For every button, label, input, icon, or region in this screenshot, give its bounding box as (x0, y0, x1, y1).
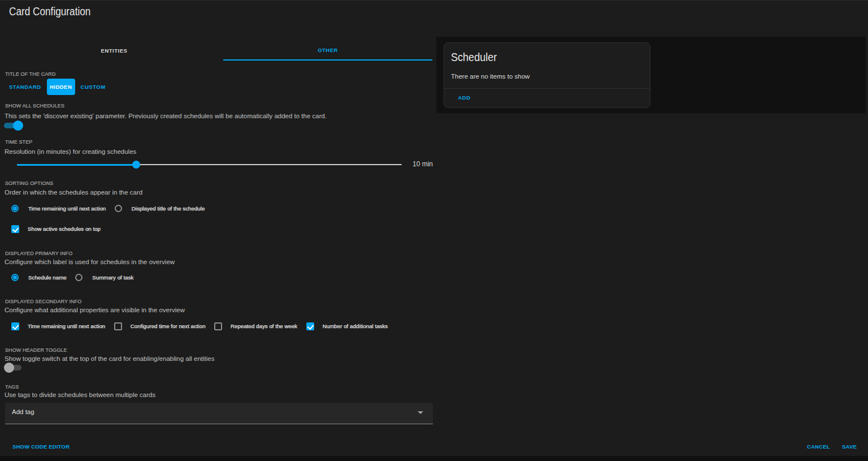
title-standard-button[interactable]: STANDARD (5, 79, 46, 95)
time-step-slider-thumb[interactable] (132, 161, 140, 169)
section-label-show-all-schedules: SHOW ALL SCHEDULES (5, 103, 64, 109)
displayed-secondary-info-description: Configure what additional properties are… (5, 307, 185, 314)
radio-icon[interactable] (115, 205, 122, 212)
tags-description: Use tags to divide schedules between mul… (5, 391, 155, 399)
section-label-show-header-toggle: SHOW HEADER TOGGLE (5, 347, 67, 353)
section-label-sorting-options: SORTING OPTIONS (5, 180, 53, 186)
sorting-options-radio-group: Time remaining until next action Display… (11, 205, 205, 212)
toggle-thumb (4, 363, 14, 373)
primary-info-radio-group: Schedule name Summary of task (11, 274, 133, 281)
toggle-thumb (13, 120, 23, 131)
radio-option-time-remaining[interactable]: Time remaining until next action (11, 205, 106, 212)
tags-combobox[interactable]: Add tag (5, 403, 433, 424)
sorting-options-description: Order in which the schedules appear in t… (5, 189, 142, 196)
save-button[interactable]: SAVE (842, 443, 857, 450)
radio-icon[interactable] (11, 205, 19, 212)
checkbox-label: Repeated days of the week (231, 323, 297, 330)
radio-label: Schedule name (28, 274, 67, 281)
checkbox-label: Configured time for next action (131, 323, 206, 330)
section-label-title-of-card: TITLE OF THE CARD (5, 71, 56, 77)
checkbox-icon[interactable] (11, 322, 19, 330)
cancel-button[interactable]: CANCEL (807, 443, 830, 450)
checkbox-option-time-remaining[interactable]: Time remaining until next action (11, 322, 105, 330)
preview-empty-message: There are no items to show (451, 72, 530, 80)
radio-label: Summary of task (92, 274, 133, 281)
displayed-primary-info-description: Configure which label is used for schedu… (5, 258, 175, 266)
show-all-schedules-description: This sets the 'discover existing' parame… (5, 113, 327, 120)
show-header-toggle-switch[interactable] (4, 363, 24, 373)
preview-card-divider (444, 88, 650, 89)
time-step-description: Resolution (in minutes) for creating sch… (5, 148, 136, 156)
tab-entities[interactable]: ENTITIES (5, 40, 223, 61)
card-configuration-dialog: Card Configuration ENTITIES OTHER TITLE … (0, 0, 868, 456)
radio-option-schedule-name[interactable]: Schedule name (11, 274, 67, 281)
tab-other[interactable]: OTHER (223, 40, 432, 61)
title-custom-button[interactable]: CUSTOM (76, 79, 110, 95)
checkbox-label: Number of additional tasks (323, 323, 388, 330)
section-label-displayed-primary-info: DISPLAYED PRIMARY INFO (5, 251, 72, 256)
section-label-time-step: TIME STEP (5, 139, 32, 145)
card-preview-pane: Scheduler There are no items to show ADD (436, 37, 866, 113)
time-step-slider-active-track (17, 164, 136, 166)
checkbox-icon[interactable] (306, 322, 314, 330)
radio-option-displayed-title[interactable]: Displayed title of the schedule (115, 205, 205, 212)
secondary-info-checkbox-group: Time remaining until next action Configu… (11, 322, 388, 330)
radio-icon[interactable] (11, 274, 19, 281)
checkbox-option-additional-tasks[interactable]: Number of additional tasks (306, 322, 388, 330)
checkbox-option-repeated-days[interactable]: Repeated days of the week (214, 322, 297, 330)
radio-label: Displayed title of the schedule (132, 205, 205, 212)
checkbox-icon[interactable] (114, 322, 122, 330)
radio-label: Time remaining until next action (28, 205, 106, 212)
title-mode-button-group: STANDARD HIDDEN CUSTOM (5, 79, 110, 95)
show-code-editor-button[interactable]: SHOW CODE EDITOR (12, 443, 70, 450)
radio-icon[interactable] (75, 274, 83, 281)
show-all-schedules-toggle[interactable] (3, 120, 24, 131)
checkbox-label: Show active schedules on top (28, 226, 101, 232)
title-hidden-button[interactable]: HIDDEN (47, 79, 75, 95)
tab-bar: ENTITIES OTHER (5, 40, 432, 61)
dropdown-arrow-icon[interactable] (418, 411, 423, 414)
show-header-toggle-description: Show toggle switch at the top of the car… (5, 355, 214, 363)
radio-option-summary-of-task[interactable]: Summary of task (75, 274, 133, 281)
show-active-on-top-row[interactable]: Show active schedules on top (11, 225, 101, 233)
dialog-title: Card Configuration (9, 5, 90, 18)
time-step-value: 10 min (413, 160, 433, 169)
section-label-displayed-secondary-info: DISPLAYED SECONDARY INFO (5, 299, 81, 304)
preview-add-button[interactable]: ADD (458, 94, 471, 101)
scheduler-preview-card: Scheduler There are no items to show ADD (444, 42, 650, 108)
section-label-tags: TAGS (5, 384, 19, 390)
checkbox-icon[interactable] (11, 225, 19, 233)
checkbox-icon[interactable] (214, 322, 222, 330)
preview-card-title: Scheduler (451, 50, 497, 64)
checkbox-label: Time remaining until next action (28, 323, 105, 330)
checkbox-option-configured-time[interactable]: Configured time for next action (114, 322, 206, 330)
tags-combobox-value: Add tag (12, 408, 34, 416)
